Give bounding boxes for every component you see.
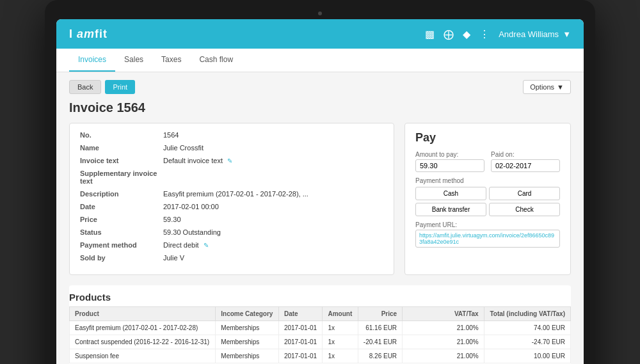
detail-name: Name Julie Crossfit: [80, 144, 383, 152]
cash-button[interactable]: Cash: [415, 187, 486, 200]
dropdown-arrow: ▼: [563, 29, 571, 39]
detail-invoice-text: Invoice text Default invoice text ✎: [80, 157, 383, 164]
row2-amount: 1x: [323, 335, 358, 349]
paid-on-label: Paid on:: [491, 151, 560, 158]
options-arrow: ▼: [557, 83, 564, 91]
table-row: Contract suspended (2016-12-22 - 2016-12…: [70, 335, 571, 349]
col-price: Price: [358, 307, 403, 321]
print-button[interactable]: Print: [105, 80, 135, 94]
table-row: Suspension fee Memberships 2017-01-01 1x…: [70, 349, 571, 363]
invoice-details: No. 1564 Name Julie Crossfit Invoice tex…: [69, 123, 394, 275]
row2-category: Memberships: [216, 335, 279, 349]
col-product: Product: [70, 307, 216, 321]
pay-url-label: Payment URL:: [415, 221, 560, 228]
products-section: Products Product Income Category Date Am…: [69, 285, 571, 364]
paid-on-input[interactable]: [491, 159, 560, 172]
table-row: Easyfit premium (2017-02-01 - 2017-02-28…: [70, 321, 571, 335]
toolbar: Back Print Options ▼: [69, 80, 571, 94]
user-menu[interactable]: Andrea Williams ▼: [499, 29, 571, 39]
camera-dot: [318, 12, 322, 15]
apple-icon[interactable]: ◆: [463, 28, 470, 40]
edit-payment-method-icon[interactable]: ✎: [204, 242, 209, 249]
detail-payment-method: Payment method Direct debit ✎: [80, 241, 383, 249]
detail-description: Description Easyfit premium (2017-02-01 …: [80, 190, 383, 198]
row1-amount: 1x: [323, 321, 358, 335]
detail-no: No. 1564: [80, 131, 383, 139]
row2-price: -20.41 EUR: [358, 335, 403, 349]
row1-category: Memberships: [216, 321, 279, 335]
main-grid: No. 1564 Name Julie Crossfit Invoice tex…: [69, 123, 571, 275]
row3-date: 2017-01-01: [278, 349, 323, 363]
row2-total: -24.70 EUR: [484, 335, 570, 349]
pay-amount-row: Amount to pay: Paid on:: [415, 151, 560, 172]
payment-method-label: Payment method: [415, 177, 560, 184]
user-name: Andrea Williams: [499, 29, 559, 39]
detail-sold-by: Sold by Julie V: [80, 254, 383, 262]
amount-label: Amount to pay:: [415, 151, 484, 158]
row2-product: Contract suspended (2016-12-22 - 2016-12…: [70, 335, 216, 349]
grid-icon[interactable]: ⋮: [479, 28, 490, 40]
back-button[interactable]: Back: [69, 80, 101, 94]
card-button[interactable]: Card: [489, 187, 560, 200]
row3-total: 10.00 EUR: [484, 349, 570, 363]
paid-on-field: Paid on:: [491, 151, 560, 172]
options-button[interactable]: Options ▼: [523, 80, 571, 94]
check-button[interactable]: Check: [489, 203, 560, 216]
row2-vat: 21.00%: [403, 335, 484, 349]
row3-amount: 1x: [323, 349, 358, 363]
nav-tabs: Invoices Sales Taxes Cash flow: [56, 49, 584, 72]
header-icons: ▩ ⨁ ◆ ⋮ Andrea Williams ▼: [425, 28, 571, 40]
col-date: Date: [278, 307, 323, 321]
options-label: Options: [530, 83, 554, 91]
app-logo: I amfit: [69, 28, 108, 41]
page-title: Invoice 1564: [69, 100, 571, 115]
edit-invoice-text-icon[interactable]: ✎: [227, 157, 232, 164]
detail-price: Price 59.30: [80, 216, 383, 223]
row3-category: Memberships: [216, 349, 279, 363]
tab-cashflow[interactable]: Cash flow: [190, 49, 242, 72]
amount-field: Amount to pay:: [415, 151, 484, 172]
col-total: Total (including VAT/Tax): [484, 307, 570, 321]
row1-vat: 21.00%: [403, 321, 484, 335]
bar-chart-icon[interactable]: ▩: [425, 28, 435, 40]
detail-status: Status 59.30 Outstanding: [80, 228, 383, 236]
laptop-frame: I amfit ▩ ⨁ ◆ ⋮ Andrea Williams ▼ Invoic…: [45, 0, 595, 364]
products-table: Product Income Category Date Amount Pric…: [69, 306, 571, 364]
pay-url[interactable]: https://amfit.julie.virtuagym.com/invoic…: [415, 230, 560, 248]
col-amount: Amount: [323, 307, 358, 321]
row3-vat: 21.00%: [403, 349, 484, 363]
page-content: Back Print Options ▼ Invoice 1564 No. 15…: [56, 72, 584, 364]
row1-date: 2017-01-01: [278, 321, 323, 335]
laptop-screen: I amfit ▩ ⨁ ◆ ⋮ Andrea Williams ▼ Invoic…: [56, 19, 584, 364]
crosshair-icon[interactable]: ⨁: [444, 28, 454, 40]
row2-date: 2017-01-01: [278, 335, 323, 349]
row3-product: Suspension fee: [70, 349, 216, 363]
tab-sales[interactable]: Sales: [115, 49, 152, 72]
row1-total: 74.00 EUR: [484, 321, 570, 335]
pay-methods: Cash Card Bank transfer Check: [415, 187, 560, 216]
toolbar-left: Back Print: [69, 80, 135, 94]
tab-invoices[interactable]: Invoices: [69, 49, 115, 72]
bank-transfer-button[interactable]: Bank transfer: [415, 203, 486, 216]
row1-price: 61.16 EUR: [358, 321, 403, 335]
detail-date: Date 2017-02-01 00:00: [80, 203, 383, 210]
row1-product: Easyfit premium (2017-02-01 - 2017-02-28…: [70, 321, 216, 335]
app-header: I amfit ▩ ⨁ ◆ ⋮ Andrea Williams ▼: [56, 19, 584, 49]
row3-price: 8.26 EUR: [358, 349, 403, 363]
col-category: Income Category: [216, 307, 279, 321]
detail-supplementary: Supplementary invoice text: [80, 170, 383, 185]
col-vat: VAT/Tax: [403, 307, 484, 321]
pay-title: Pay: [415, 131, 560, 145]
pay-section: Pay Amount to pay: Paid on: Payment meth…: [404, 123, 571, 275]
amount-input[interactable]: [415, 159, 484, 172]
tab-taxes[interactable]: Taxes: [152, 49, 190, 72]
products-title: Products: [69, 285, 571, 306]
